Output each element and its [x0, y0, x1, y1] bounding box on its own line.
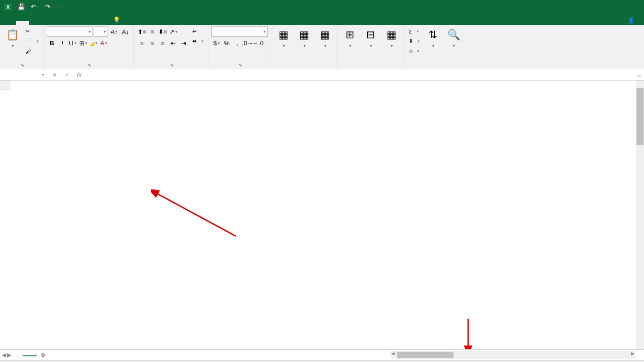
- find-select-button[interactable]: 🔍▾: [444, 26, 463, 49]
- select-all-corner[interactable]: [0, 81, 10, 90]
- format-as-table-button[interactable]: ▦▾: [295, 26, 314, 49]
- delete-cells-button[interactable]: ⊟▾: [361, 26, 380, 49]
- sort-filter-button[interactable]: ⇅▾: [423, 26, 442, 49]
- cancel-formula-icon[interactable]: ✕: [49, 70, 60, 80]
- align-middle-icon[interactable]: ≡: [147, 26, 157, 37]
- enter-formula-icon[interactable]: ✓: [61, 70, 73, 80]
- tab-view[interactable]: [95, 21, 108, 25]
- copy-button[interactable]: 📄▾: [24, 36, 41, 46]
- status-bar: ▦ ▤ ▥ − +: [0, 360, 644, 362]
- font-name-select[interactable]: ▾: [47, 26, 93, 37]
- ribbon-options-icon[interactable]: [557, 0, 579, 14]
- currency-icon[interactable]: $▾: [211, 38, 222, 48]
- qat-customize-icon[interactable]: ▾: [55, 1, 67, 13]
- excel-icon[interactable]: X: [2, 1, 14, 13]
- dialog-launcher-icon[interactable]: ⬊: [239, 63, 242, 67]
- italic-button[interactable]: I: [57, 38, 67, 48]
- paste-button[interactable]: 📋 ▾: [3, 26, 22, 49]
- svg-text:X: X: [7, 5, 10, 10]
- cellstyles-icon: ▦: [317, 27, 332, 42]
- conditional-formatting-button[interactable]: ▦▾: [274, 26, 293, 49]
- maximize-button[interactable]: [601, 0, 622, 14]
- group-number: ▾ $▾ % , .0→ ←.0 ⬊: [208, 25, 271, 69]
- clear-button[interactable]: ◇▾: [407, 46, 421, 56]
- cell-styles-button[interactable]: ▦▾: [315, 26, 334, 49]
- bold-button[interactable]: B: [47, 38, 57, 48]
- vertical-scrollbar[interactable]: [636, 81, 644, 349]
- decrease-decimal-icon[interactable]: ←.0: [253, 38, 263, 48]
- cells-label: [340, 62, 401, 68]
- sort-icon: ⇅: [425, 27, 440, 42]
- share-button[interactable]: 👤: [623, 16, 641, 25]
- merge-icon: ⬌: [192, 38, 197, 44]
- tab-review[interactable]: [82, 21, 95, 25]
- align-center-icon[interactable]: ≡: [147, 38, 157, 48]
- font-size-select[interactable]: ▾: [94, 26, 108, 37]
- comma-icon[interactable]: ,: [232, 38, 242, 48]
- orientation-icon[interactable]: ↗▾: [168, 26, 178, 37]
- merge-center-button[interactable]: ⬌▾: [190, 36, 205, 46]
- fill-button[interactable]: ⬇▾: [407, 36, 421, 46]
- decrease-font-icon[interactable]: A↓: [120, 26, 131, 37]
- align-top-icon[interactable]: ⬆≡: [137, 26, 147, 37]
- font-color-button[interactable]: A▾: [99, 38, 109, 48]
- editing-label: [407, 62, 463, 68]
- sheet-tab-1[interactable]: [23, 354, 37, 356]
- wrap-icon: ↩: [192, 28, 197, 34]
- group-editing: Σ▾ ⬇▾ ◇▾ ⇅▾ 🔍▾: [404, 25, 466, 69]
- group-clipboard: 📋 ▾ ✂ 📄▾ 🖌 ⬊: [0, 25, 44, 69]
- underline-button[interactable]: U▾: [67, 38, 78, 48]
- increase-indent-icon[interactable]: ⇥: [178, 38, 189, 48]
- group-styles: ▦▾ ▦▾ ▦▾: [271, 25, 338, 69]
- close-button[interactable]: [622, 0, 644, 14]
- grid-area: ®: [0, 81, 644, 349]
- name-box[interactable]: ▾: [0, 72, 47, 78]
- align-left-icon[interactable]: ≡: [137, 38, 147, 48]
- formula-input[interactable]: [87, 74, 635, 76]
- sheet-next-icon[interactable]: ▶: [7, 352, 11, 358]
- tell-me-search[interactable]: 💡: [108, 15, 128, 25]
- group-alignment: ⬆≡ ≡ ⬇≡ ↗▾ ≡ ≡ ≡ ⇤ ⇥ ↩ ⬌▾ ⬊: [134, 25, 208, 69]
- expand-formula-icon[interactable]: ⌵: [635, 72, 644, 78]
- sign-in-link[interactable]: [611, 18, 621, 22]
- tab-insert[interactable]: [29, 21, 42, 25]
- undo-icon[interactable]: ↶▾: [28, 1, 41, 13]
- sheet-prev-icon[interactable]: ◀: [2, 352, 6, 358]
- increase-font-icon[interactable]: A↑: [109, 26, 119, 37]
- wrap-text-button[interactable]: ↩: [190, 26, 205, 36]
- percent-icon[interactable]: %: [222, 38, 232, 48]
- fill-color-button[interactable]: ◢▾: [88, 38, 99, 48]
- autosum-button[interactable]: Σ▾: [407, 26, 421, 36]
- border-button[interactable]: ⊞▾: [78, 38, 88, 48]
- tab-file[interactable]: [1, 21, 16, 25]
- quick-access-toolbar: X 💾 ↶▾ ↷ ▾: [0, 1, 67, 13]
- styles-label: [274, 62, 334, 68]
- format-painter-button[interactable]: 🖌: [24, 46, 41, 56]
- fx-icon[interactable]: fx: [74, 70, 85, 80]
- tab-pagelayout[interactable]: [42, 21, 56, 25]
- save-icon[interactable]: 💾: [15, 1, 27, 13]
- cond-format-icon: ▦: [276, 27, 291, 42]
- increase-decimal-icon[interactable]: .0→: [242, 38, 253, 48]
- tab-formulas[interactable]: [56, 21, 69, 25]
- number-format-select[interactable]: ▾: [211, 26, 268, 37]
- tab-data[interactable]: [69, 21, 82, 25]
- horizontal-scrollbar[interactable]: ◀▶: [390, 351, 636, 359]
- tab-home[interactable]: [16, 21, 29, 25]
- title-bar: X 💾 ↶▾ ↷ ▾: [0, 0, 644, 14]
- format-cells-button[interactable]: ▦▾: [382, 26, 401, 49]
- dialog-launcher-icon[interactable]: ⬊: [170, 63, 174, 67]
- dialog-launcher-icon[interactable]: ⬊: [21, 63, 25, 67]
- redo-icon[interactable]: ↷: [41, 1, 54, 13]
- annotation-arrow-2: [461, 316, 475, 349]
- align-bottom-icon[interactable]: ⬇≡: [157, 26, 168, 37]
- dialog-launcher-icon[interactable]: ⬊: [88, 63, 91, 67]
- insert-cells-button[interactable]: ⊞▾: [340, 26, 359, 49]
- minimize-button[interactable]: [579, 0, 601, 14]
- cut-button[interactable]: ✂: [24, 26, 41, 36]
- decrease-indent-icon[interactable]: ⇤: [168, 38, 178, 48]
- sheet-tabs-bar: ◀ ▶ ⊕ ◀▶: [0, 349, 644, 360]
- cut-icon: ✂: [25, 28, 30, 34]
- align-right-icon[interactable]: ≡: [157, 38, 168, 48]
- new-sheet-button[interactable]: ⊕: [37, 351, 49, 359]
